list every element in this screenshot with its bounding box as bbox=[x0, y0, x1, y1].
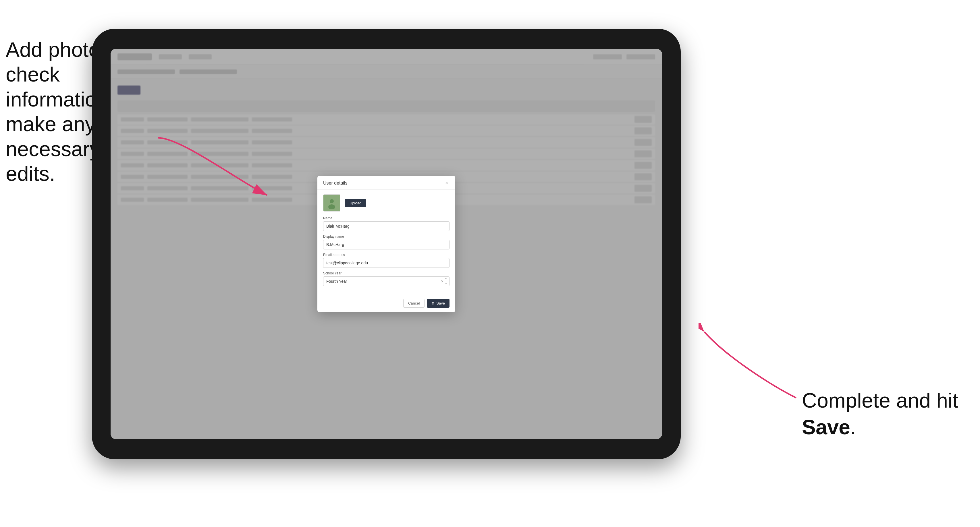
photo-section: Upload bbox=[323, 194, 450, 211]
modal-title: User details bbox=[323, 181, 347, 186]
save-button[interactable]: ⬆ Save bbox=[427, 299, 450, 308]
tablet-screen: User details × bbox=[111, 49, 662, 439]
cancel-button[interactable]: Cancel bbox=[403, 299, 425, 308]
name-input[interactable] bbox=[323, 221, 450, 231]
tablet-device: User details × bbox=[92, 29, 681, 459]
annotation-right: Complete and hit Save. bbox=[802, 387, 963, 441]
modal-close-button[interactable]: × bbox=[444, 180, 450, 186]
email-input[interactable] bbox=[323, 258, 450, 268]
annotation-right-prefix: Complete and hit bbox=[802, 389, 958, 412]
name-label: Name bbox=[323, 216, 450, 220]
svg-point-3 bbox=[330, 199, 334, 203]
name-field-group: Name bbox=[323, 216, 450, 231]
email-field-group: Email address bbox=[323, 253, 450, 268]
app-background: User details × bbox=[111, 49, 662, 439]
school-year-input[interactable] bbox=[323, 276, 450, 286]
arrow-right-icon bbox=[698, 323, 802, 403]
annotation-right-suffix: . bbox=[850, 416, 856, 438]
save-icon: ⬆ bbox=[431, 301, 434, 305]
school-year-label: School Year bbox=[323, 271, 450, 275]
user-details-modal: User details × bbox=[317, 176, 455, 312]
display-name-label: Display name bbox=[323, 235, 450, 238]
display-name-input[interactable] bbox=[323, 240, 450, 249]
modal-header: User details × bbox=[317, 176, 455, 190]
modal-overlay: User details × bbox=[111, 49, 662, 439]
user-photo-icon bbox=[326, 197, 337, 209]
save-button-label: Save bbox=[436, 301, 445, 305]
display-name-field-group: Display name bbox=[323, 235, 450, 249]
school-year-wrapper: × ⌃⌄ bbox=[323, 276, 450, 286]
modal-body: Upload Name Display name bbox=[317, 190, 455, 295]
school-year-field-group: School Year × ⌃⌄ bbox=[323, 271, 450, 286]
user-photo-thumbnail bbox=[323, 194, 340, 211]
upload-photo-button[interactable]: Upload bbox=[345, 199, 366, 207]
annotation-right-bold: Save bbox=[802, 416, 850, 438]
modal-footer: Cancel ⬆ Save bbox=[317, 295, 455, 312]
email-label: Email address bbox=[323, 253, 450, 257]
